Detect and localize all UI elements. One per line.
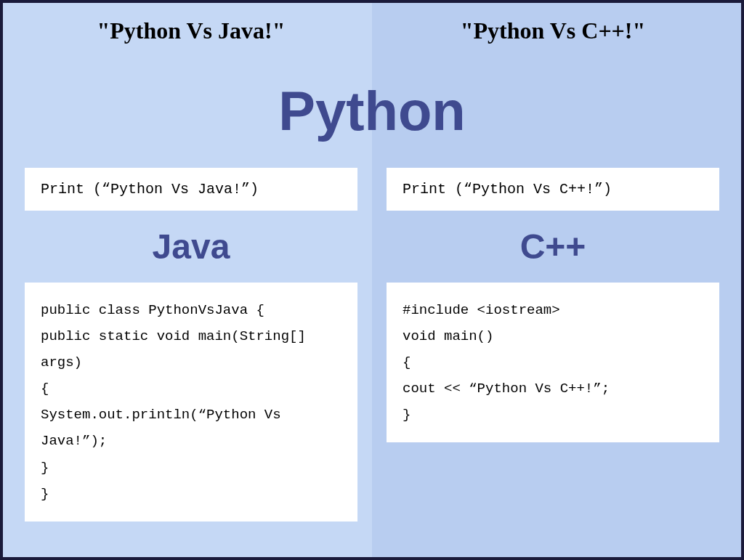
java-heading: Java — [25, 227, 357, 267]
right-title: "Python Vs C++!" — [387, 17, 719, 44]
left-title: "Python Vs Java!" — [25, 17, 357, 44]
python-code-left: Print (“Python Vs Java!”) — [25, 168, 357, 211]
comparison-diagram: Python "Python Vs Java!" Print (“Python … — [0, 0, 744, 560]
java-code: public class PythonVsJava { public stati… — [25, 283, 357, 522]
python-code-right: Print (“Python Vs C++!”) — [387, 168, 719, 211]
cpp-code: #include <iostream> void main() { cout <… — [387, 283, 719, 442]
cpp-heading: C++ — [387, 227, 719, 267]
python-heading: Python — [3, 79, 741, 142]
